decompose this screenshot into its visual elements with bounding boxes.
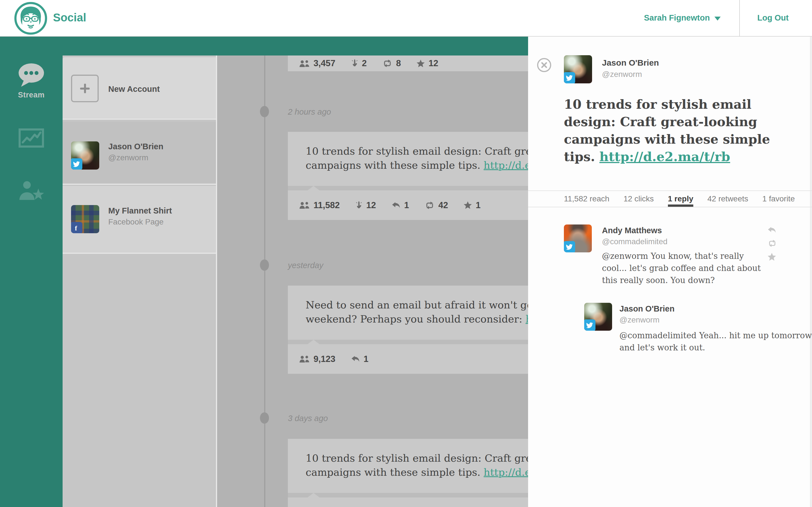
card-notch xyxy=(308,493,319,497)
favorite-icon[interactable] xyxy=(767,252,777,262)
detail-stats-bar: 11,582 reach 12 clicks 1 reply 42 retwee… xyxy=(528,190,812,207)
twitter-icon xyxy=(584,320,596,331)
close-icon[interactable] xyxy=(537,58,551,72)
stream-top-band xyxy=(63,37,528,55)
clicks-stat: 2 xyxy=(351,58,367,68)
caret-down-icon xyxy=(714,17,721,20)
reach-stat: 11,582 xyxy=(299,200,340,210)
avatar xyxy=(71,142,99,170)
user-name: Sarah Fignewton xyxy=(644,13,710,22)
timeline-dot xyxy=(260,412,269,424)
sidebar-nav: Stream xyxy=(0,37,63,507)
new-account-label: New Account xyxy=(108,84,160,94)
timeline-dot xyxy=(260,260,269,271)
social-app: Social Sarah Fignewton Log Out xyxy=(0,0,812,507)
person-star-icon xyxy=(17,197,45,202)
account-handle: @zenworm xyxy=(108,153,148,162)
post-text: campaigns with these simple tips. xyxy=(306,159,484,171)
post-link[interactable]: h xyxy=(525,313,528,325)
post-card-partial[interactable]: 3,457 2 8 12 xyxy=(288,55,528,71)
header-divider xyxy=(739,0,740,37)
stream-timeline: 3,457 2 8 12 2 hours ago 10 xyxy=(217,37,528,507)
facebook-icon: f xyxy=(71,222,82,233)
detail-author-name: Jason O'Brien xyxy=(602,58,659,68)
reply-stat: 1 xyxy=(392,200,409,210)
reply-author-name: Jason O'Brien xyxy=(619,304,674,314)
post-detail-panel: Jason O'Brien @zenworm 10 trends for sty… xyxy=(528,37,812,507)
timeline-label: yesterday xyxy=(288,261,323,270)
tab-retweets[interactable]: 42 retweets xyxy=(707,191,748,207)
tab-reach[interactable]: 11,582 reach xyxy=(564,191,609,207)
account-name: My Flannet Shirt xyxy=(108,206,172,216)
plus-icon xyxy=(71,75,99,102)
scrollbar[interactable] xyxy=(810,37,812,507)
brand-title: Social xyxy=(53,11,86,24)
sidebar-item-label: Stream xyxy=(0,91,63,100)
headline-link[interactable]: http://d.e2.ma/t/rb xyxy=(599,149,730,164)
post-link[interactable]: http://d.e xyxy=(484,466,528,478)
accounts-panel: New Account Jason O'Brien @zenworm f My … xyxy=(63,55,217,507)
card-notch xyxy=(308,186,319,190)
brand-logo-icon[interactable] xyxy=(14,2,47,35)
clicks-stat: 12 xyxy=(355,200,376,210)
favorite-stat: 1 xyxy=(463,200,480,210)
timeline-line xyxy=(264,55,265,507)
sidebar-item-stream[interactable]: Stream xyxy=(0,62,63,100)
logout-button[interactable]: Log Out xyxy=(757,13,789,22)
sidebar-item-analytics[interactable] xyxy=(0,128,63,149)
user-menu[interactable]: Sarah Fignewton xyxy=(644,13,721,22)
reply-author-name: Andy Matthews xyxy=(602,226,662,235)
retweet-stat: 8 xyxy=(382,58,401,68)
reply-body: @commadelimited Yeah... hit me up tomorr… xyxy=(619,330,812,354)
account-item-facebook[interactable]: f My Flannet Shirt Facebook Page xyxy=(63,186,216,254)
analytics-chart-icon xyxy=(18,144,44,149)
reply-icon[interactable] xyxy=(767,226,777,235)
retweet-icon[interactable] xyxy=(767,239,777,248)
reply-author-handle: @zenworm xyxy=(619,316,659,325)
reach-stat: 3,457 xyxy=(299,58,336,68)
tab-clicks[interactable]: 12 clicks xyxy=(623,191,654,207)
avatar xyxy=(564,224,592,252)
sidebar-item-audience[interactable] xyxy=(0,180,63,202)
post-text: campaigns with these simple tips. xyxy=(306,466,484,478)
twitter-icon xyxy=(71,158,82,170)
reply-actions xyxy=(767,226,777,262)
timeline-dot xyxy=(260,106,269,117)
twitter-icon xyxy=(564,241,575,252)
reach-stat: 9,123 xyxy=(299,354,336,364)
avatar xyxy=(564,55,592,83)
account-item-twitter[interactable]: Jason O'Brien @zenworm xyxy=(63,122,216,185)
post-text: weekend? Perhaps you should reconsider: xyxy=(306,313,525,325)
favorite-stat: 12 xyxy=(416,58,438,68)
app-header: Social Sarah Fignewton Log Out xyxy=(0,0,812,37)
twitter-icon xyxy=(564,72,575,83)
stream-bubble-icon xyxy=(17,84,45,89)
retweet-stat: 42 xyxy=(424,200,448,210)
avatar xyxy=(584,303,612,331)
timeline-label: 2 hours ago xyxy=(288,107,331,117)
avatar: f xyxy=(71,205,99,233)
post-text: 10 trends for stylish email design: Craf… xyxy=(306,452,528,464)
tab-reply[interactable]: 1 reply xyxy=(668,191,693,207)
timeline-label: 3 days ago xyxy=(288,414,328,423)
detail-headline: 10 trends for stylish email design: Craf… xyxy=(564,96,792,166)
account-name: Jason O'Brien xyxy=(108,142,163,151)
post-link[interactable]: http://d.e xyxy=(484,159,528,171)
detail-author-handle: @zenworm xyxy=(602,70,642,79)
reply-author-handle: @commadelimited xyxy=(602,237,667,246)
account-subtitle: Facebook Page xyxy=(108,217,163,226)
post-card[interactable]: Need to send an email but afraid it won'… xyxy=(288,286,528,374)
post-text: Need to send an email but afraid it won'… xyxy=(306,299,528,311)
svg-text:f: f xyxy=(75,224,78,231)
reply-body: @zenworm You know, that's really cool...… xyxy=(602,250,761,286)
post-card-selected[interactable]: 10 trends for stylish email design: Craf… xyxy=(288,132,528,220)
new-account-button[interactable]: New Account xyxy=(63,57,216,120)
card-notch xyxy=(308,340,319,344)
reply-stat: 1 xyxy=(351,354,368,364)
post-text: 10 trends for stylish email design: Craf… xyxy=(306,145,528,157)
post-card[interactable]: 10 trends for stylish email design: Craf… xyxy=(288,439,528,507)
tab-favorite[interactable]: 1 favorite xyxy=(762,191,795,207)
